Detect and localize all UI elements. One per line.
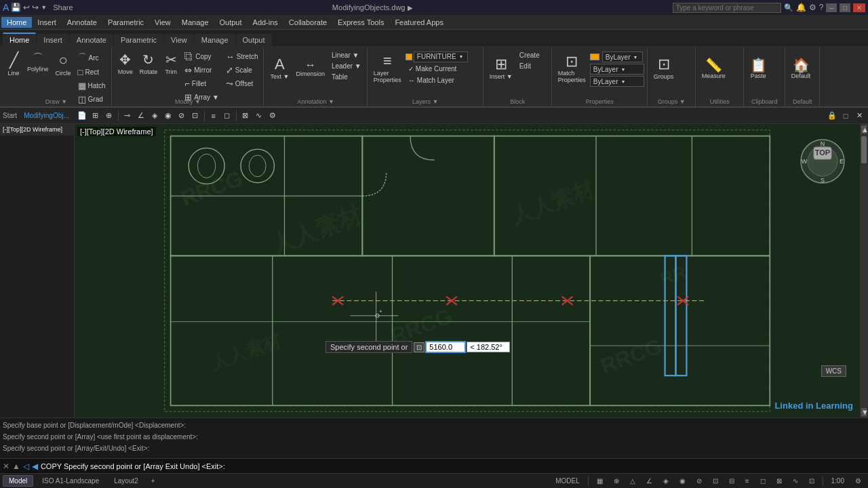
scroll-down-btn[interactable]: ▼ <box>861 408 867 416</box>
workspace-switch[interactable]: ⚙ <box>851 476 865 486</box>
sidebar-tab-active[interactable]: [-][Top][2D Wireframe] <box>0 124 74 136</box>
arc-button[interactable]: ⌒ Arc <box>75 50 108 65</box>
trim-button[interactable]: ✂ Trim <box>161 49 180 104</box>
minimize-button[interactable]: – <box>826 3 837 12</box>
create-block-button[interactable]: Create <box>517 50 542 60</box>
qa-undo[interactable]: ↩ <box>23 3 30 12</box>
object-snap-btn[interactable]: ◈ <box>149 110 161 122</box>
menu-home[interactable]: Home <box>1 17 32 28</box>
default-button[interactable]: 🏠 Default <box>789 49 814 86</box>
close-button[interactable]: ✕ <box>853 3 865 12</box>
dimension-button[interactable]: ↔ Dimension <box>293 49 328 86</box>
mirror-button[interactable]: ⇔ Mirror <box>182 64 222 77</box>
zoom-level[interactable]: 1:00 <box>827 476 848 486</box>
tab-model[interactable]: Model <box>3 475 33 487</box>
share-button[interactable]: Share <box>53 3 73 12</box>
match-layer-button[interactable]: ↔ Match Layer <box>406 75 468 85</box>
paste-button[interactable]: 📋 Paste <box>747 49 770 86</box>
object-track-btn[interactable]: ⊘ <box>176 110 188 122</box>
stretch-button[interactable]: ↔ Stretch <box>223 50 261 63</box>
snap-btn[interactable]: ⊕ <box>103 110 115 122</box>
search-input[interactable] <box>673 3 781 13</box>
rotate-button[interactable]: ↻ Rotate <box>137 49 161 104</box>
menu-insert[interactable]: Insert <box>32 17 62 28</box>
maximize-button[interactable]: □ <box>840 3 850 12</box>
qa-more[interactable]: ▼ <box>41 4 47 11</box>
allow-disallow-btn[interactable]: ⊡ <box>189 110 201 122</box>
lock-icon[interactable]: 🔒 <box>826 110 838 122</box>
sel-cycling-btn[interactable]: ⊠ <box>239 110 252 122</box>
offset-button[interactable]: ⤳ Offset <box>223 77 261 90</box>
insert-button[interactable]: ⊞ Insert ▼ <box>487 49 515 86</box>
tab-output[interactable]: Output <box>236 34 272 46</box>
table-button[interactable]: Table <box>329 72 364 82</box>
menu-output[interactable]: Output <box>214 17 248 28</box>
cad-viewport[interactable]: RRCG 人人素材 RRCG 人人素材 RRCG 人人素材 RR <box>75 124 860 418</box>
leader-button[interactable]: Leader ▼ <box>329 61 364 71</box>
rectangle-button[interactable]: □ Rect <box>75 66 108 79</box>
menu-express[interactable]: Express Tools <box>332 17 389 28</box>
notification-icon[interactable]: 🔔 <box>796 3 806 12</box>
coord-angle-input[interactable] <box>467 342 510 352</box>
lineweight-dropdown[interactable]: ByLayer <box>590 76 644 87</box>
polyline-button[interactable]: ⌒ Polyline <box>24 49 52 86</box>
grid-toggle[interactable]: ▦ <box>593 476 607 486</box>
lw-toggle[interactable]: ≡ <box>741 476 753 486</box>
tab-layout1[interactable]: ISO A1-Landscape <box>36 475 105 487</box>
ortho-toggle[interactable]: △ <box>626 476 639 486</box>
scroll-thumb-v[interactable] <box>861 136 867 163</box>
circle-button[interactable]: ○ Circle <box>53 49 74 86</box>
coord-x-input[interactable] <box>425 341 466 353</box>
anno-scale-btn[interactable]: ∿ <box>253 110 265 122</box>
measure-button[interactable]: 📏 Measure <box>699 49 728 86</box>
help-icon[interactable]: ? <box>819 3 824 12</box>
match-properties-button[interactable]: ⊡ MatchProperties <box>555 49 589 87</box>
tab-parametric[interactable]: Parametric <box>114 34 163 46</box>
linetype-dropdown[interactable]: ByLayer <box>590 64 644 75</box>
move-button[interactable]: ✥ Move <box>115 49 136 104</box>
osnap-toggle[interactable]: ◈ <box>659 476 673 486</box>
model-label[interactable]: MODEL <box>551 476 584 486</box>
vertical-scrollbar[interactable]: ▲ ▼ <box>860 124 868 418</box>
search-icon[interactable]: 🔍 <box>784 3 793 12</box>
tab-view[interactable]: View <box>164 34 194 46</box>
text-button[interactable]: A Text ▼ <box>267 49 292 86</box>
edit-block-button[interactable]: Edit <box>517 61 542 71</box>
polar-btn[interactable]: ∠ <box>135 110 147 122</box>
3dosnap-toggle[interactable]: ◉ <box>675 476 690 486</box>
menu-manage[interactable]: Manage <box>176 17 214 28</box>
file-label[interactable]: ModifyingObj... <box>24 112 69 119</box>
command-input-field[interactable] <box>41 462 865 470</box>
new-file-btn[interactable]: 📄 <box>76 110 88 122</box>
workspace-btn[interactable]: ⚙ <box>267 110 279 122</box>
layer-dropdown[interactable]: FURNITURE <box>414 52 468 62</box>
title-arrow[interactable]: ▶ <box>408 4 413 12</box>
fillet-button[interactable]: ⌐ Fillet <box>182 77 222 90</box>
3d-snap-btn[interactable]: ◉ <box>162 110 174 122</box>
transparency-btn[interactable]: ◻ <box>221 110 233 122</box>
wcs-badge[interactable]: WCS <box>821 365 846 377</box>
scroll-up-btn[interactable]: ▲ <box>861 125 867 134</box>
ws-toggle[interactable]: ⊡ <box>805 476 818 486</box>
tab-annotate[interactable]: Annotate <box>70 34 113 46</box>
qa-save[interactable]: 💾 <box>11 3 21 12</box>
make-current-button[interactable]: ✓ Make Current <box>406 64 468 74</box>
tab-layout2[interactable]: Layout2 <box>108 475 144 487</box>
settings-icon[interactable]: ⚙ <box>809 3 816 12</box>
menu-featured[interactable]: Featured Apps <box>389 17 449 28</box>
menu-collaborate[interactable]: Collaborate <box>283 17 332 28</box>
qa-redo[interactable]: ↪ <box>32 3 39 12</box>
maximize-viewport-btn[interactable]: □ <box>840 110 852 122</box>
color-dropdown[interactable]: ByLayer <box>602 52 643 62</box>
snap-toggle[interactable]: ⊕ <box>610 476 623 486</box>
lineweight-btn[interactable]: ≡ <box>208 110 220 122</box>
tab-manage[interactable]: Manage <box>195 34 235 46</box>
add-layout-btn[interactable]: + <box>147 476 159 486</box>
dynin-toggle[interactable]: ⊟ <box>725 476 738 486</box>
tab-home[interactable]: Home <box>3 33 36 46</box>
menu-addins[interactable]: Add-ins <box>248 17 283 28</box>
ducs-toggle[interactable]: ⊡ <box>709 476 722 486</box>
otrack-toggle[interactable]: ⊘ <box>692 476 706 486</box>
copy-button[interactable]: ⿻ Copy <box>182 50 222 63</box>
cmd-history-btn[interactable]: ▲ <box>12 462 20 471</box>
